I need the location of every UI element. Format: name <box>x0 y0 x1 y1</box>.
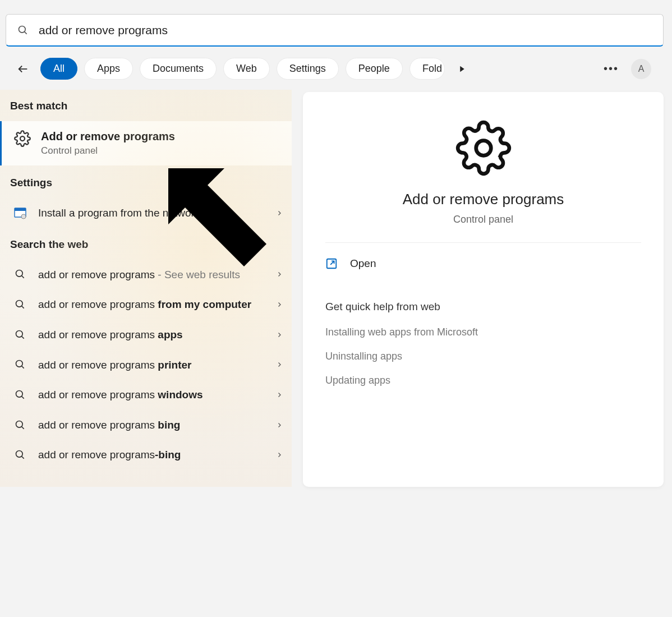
svg-rect-6 <box>15 208 26 211</box>
svg-line-13 <box>22 336 24 338</box>
svg-point-7 <box>21 214 26 219</box>
search-icon <box>15 420 26 431</box>
search-input[interactable] <box>39 24 652 37</box>
best-match-item[interactable]: Add or remove programs Control panel <box>0 121 292 165</box>
web-result-3[interactable]: add or remove programs printer <box>0 350 292 380</box>
web-result-label: add or remove programs windows <box>38 388 266 402</box>
chevron-right-icon <box>276 422 283 429</box>
search-icon <box>15 359 26 370</box>
web-result-2[interactable]: add or remove programs apps <box>0 320 292 350</box>
svg-point-12 <box>16 330 23 337</box>
web-result-5[interactable]: add or remove programs bing <box>0 410 292 440</box>
filter-documents[interactable]: Documents <box>140 58 217 80</box>
web-result-1[interactable]: add or remove programs from my computer <box>0 289 292 320</box>
settings-item-label: Install a program from the network <box>38 206 266 220</box>
back-button[interactable] <box>17 63 29 75</box>
svg-line-19 <box>22 426 24 429</box>
web-result-label: add or remove programs - See web results <box>38 268 266 282</box>
svg-point-18 <box>16 421 23 427</box>
filter-all[interactable]: All <box>40 58 77 80</box>
svg-line-21 <box>22 457 24 459</box>
svg-line-9 <box>22 276 24 278</box>
filter-row: All Apps Documents Web Settings People F… <box>0 47 672 90</box>
svg-marker-3 <box>460 66 464 72</box>
chevron-right-icon <box>276 331 283 338</box>
search-bar[interactable] <box>6 14 664 47</box>
svg-point-20 <box>16 451 23 458</box>
web-result-label: add or remove programs-bing <box>38 448 266 462</box>
best-match-title: Add or remove programs <box>41 130 175 143</box>
web-result-4[interactable]: add or remove programs windows <box>0 380 292 410</box>
settings-header: Settings <box>0 167 292 198</box>
svg-line-17 <box>22 397 24 399</box>
results-column: Best match Add or remove programs Contro… <box>0 90 292 487</box>
chevron-right-icon <box>276 361 283 368</box>
web-header: Search the web <box>0 228 292 260</box>
avatar[interactable]: A <box>631 59 651 79</box>
chevron-right-icon <box>276 210 283 217</box>
search-icon <box>15 299 26 310</box>
detail-title: Add or remove programs <box>325 191 641 208</box>
filter-apps[interactable]: Apps <box>84 58 133 80</box>
filter-people[interactable]: People <box>346 58 403 80</box>
svg-point-8 <box>16 270 23 277</box>
scroll-right-icon[interactable] <box>457 64 467 74</box>
open-icon <box>325 257 338 270</box>
svg-line-15 <box>22 366 24 369</box>
open-button[interactable]: Open <box>325 257 641 270</box>
detail-subtitle: Control panel <box>325 214 641 225</box>
web-result-label: add or remove programs printer <box>38 358 266 372</box>
detail-panel: Add or remove programs Control panel Ope… <box>303 92 664 487</box>
help-link-0[interactable]: Installing web apps from Microsoft <box>325 326 641 338</box>
gear-icon <box>14 130 31 147</box>
filter-web[interactable]: Web <box>223 58 270 80</box>
help-link-2[interactable]: Updating apps <box>325 375 641 386</box>
search-icon <box>15 389 26 400</box>
web-result-label: add or remove programs bing <box>38 418 266 432</box>
svg-point-22 <box>476 141 491 156</box>
settings-item-install-network[interactable]: Install a program from the network <box>0 198 292 228</box>
search-icon <box>17 25 29 36</box>
svg-point-10 <box>16 301 23 307</box>
filter-folders[interactable]: Fold <box>409 58 445 80</box>
filter-settings[interactable]: Settings <box>277 58 339 80</box>
svg-point-0 <box>19 26 26 33</box>
search-icon <box>15 329 26 340</box>
gear-icon <box>455 120 512 176</box>
help-header: Get quick help from web <box>325 301 641 313</box>
web-result-label: add or remove programs from my computer <box>38 297 266 312</box>
open-label: Open <box>350 257 376 270</box>
web-result-0[interactable]: add or remove programs - See web results <box>0 260 292 290</box>
svg-point-4 <box>20 136 25 141</box>
web-result-6[interactable]: add or remove programs-bing <box>0 440 292 470</box>
chevron-right-icon <box>276 392 283 398</box>
best-match-subtitle: Control panel <box>41 145 175 156</box>
svg-line-11 <box>22 306 24 308</box>
search-icon <box>15 449 26 461</box>
more-options[interactable]: ••• <box>604 62 619 75</box>
program-icon <box>13 206 27 220</box>
svg-point-16 <box>16 391 23 398</box>
help-link-1[interactable]: Uninstalling apps <box>325 351 641 362</box>
svg-line-1 <box>25 31 27 34</box>
web-result-label: add or remove programs apps <box>38 328 266 342</box>
svg-point-14 <box>16 361 23 367</box>
chevron-right-icon <box>276 271 283 278</box>
chevron-right-icon <box>276 301 283 308</box>
chevron-right-icon <box>276 452 283 458</box>
best-match-header: Best match <box>0 90 292 121</box>
search-icon <box>15 269 26 280</box>
